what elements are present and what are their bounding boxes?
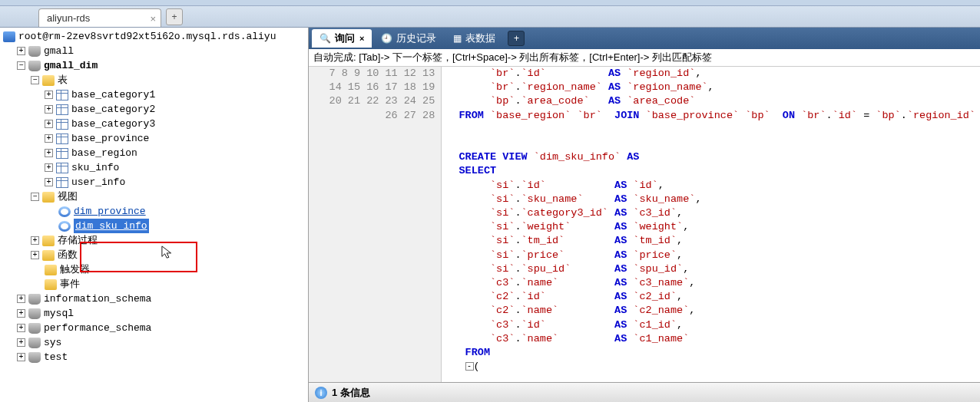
table-icon xyxy=(56,148,68,159)
query-icon: 🔍 xyxy=(319,33,331,44)
expand-icon[interactable]: + xyxy=(17,309,25,318)
expand-icon[interactable]: + xyxy=(31,251,39,259)
close-icon[interactable]: × xyxy=(150,13,156,25)
table-icon: ▦ xyxy=(453,33,462,44)
expand-icon[interactable]: + xyxy=(31,236,39,245)
database-icon xyxy=(28,352,41,363)
view-icon xyxy=(58,221,71,232)
expand-icon[interactable]: + xyxy=(17,338,25,347)
folder-icon xyxy=(42,75,55,86)
tree-db[interactable]: +test xyxy=(0,350,308,364)
tree-table-item[interactable]: +base_category2 xyxy=(0,102,308,117)
sql-editor[interactable]: 7 8 9 10 11 12 13 14 15 16 17 18 19 20 2… xyxy=(309,67,980,402)
table-icon xyxy=(56,177,68,188)
collapse-icon[interactable]: − xyxy=(31,76,39,84)
folder-icon xyxy=(45,265,57,275)
database-icon xyxy=(28,323,41,334)
tree-folder-triggers[interactable]: 触发器 xyxy=(0,262,308,277)
expand-icon[interactable]: + xyxy=(45,134,53,143)
database-icon xyxy=(28,338,41,348)
tree-view-item[interactable]: dim_province xyxy=(0,204,308,219)
add-connection-button[interactable]: + xyxy=(166,8,183,25)
expand-icon[interactable]: + xyxy=(17,353,25,361)
connection-tab[interactable]: aliyun-rds × xyxy=(38,8,161,27)
tab-history[interactable]: 🕘 历史记录 xyxy=(373,29,444,48)
code-body[interactable]: `br`.`id` AS `region_id`, `br`.`region_n… xyxy=(442,67,980,402)
info-icon: i xyxy=(315,387,327,399)
database-icon xyxy=(28,46,41,57)
cursor-icon xyxy=(161,245,175,259)
connection-tabbar: aliyun-rds × + xyxy=(0,6,980,28)
database-icon xyxy=(28,294,41,305)
expand-icon[interactable]: + xyxy=(17,295,25,303)
tab-query[interactable]: 🔍 询问 × xyxy=(312,29,372,48)
connection-tab-label: aliyun-rds xyxy=(47,12,90,24)
expand-icon[interactable]: + xyxy=(17,324,25,332)
table-icon xyxy=(56,163,68,173)
tree-db[interactable]: +information_schema xyxy=(0,292,308,306)
tree-root[interactable]: root@rm-2zev8svrtd92xt5i62o.mysql.rds.al… xyxy=(0,29,308,44)
tree-db[interactable]: +sys xyxy=(0,335,308,350)
tree-table-item[interactable]: +base_region xyxy=(0,146,308,160)
tree-table-item[interactable]: +base_category1 xyxy=(0,87,308,102)
folder-icon xyxy=(42,236,55,246)
tree-db[interactable]: + gmall xyxy=(0,44,308,58)
tree-folder-views[interactable]: − 视图 xyxy=(0,189,308,204)
add-editor-tab-button[interactable]: + xyxy=(508,31,525,46)
tree-table-item[interactable]: +user_info xyxy=(0,175,308,189)
status-bar[interactable]: i 1 条信息 xyxy=(309,382,980,402)
tree-table-item[interactable]: +base_province xyxy=(0,131,308,146)
database-icon xyxy=(28,308,41,319)
collapse-icon[interactable]: − xyxy=(17,61,25,70)
tree-view-item[interactable]: dim_sku_info xyxy=(0,219,308,233)
editor-tabbar: 🔍 询问 × 🕘 历史记录 ▦ 表数据 + xyxy=(309,28,980,49)
expand-icon[interactable]: + xyxy=(45,149,53,157)
expand-icon[interactable]: + xyxy=(45,163,53,172)
table-icon xyxy=(56,119,68,130)
folder-icon xyxy=(42,192,55,203)
tree-folder-funcs[interactable]: + 函数 xyxy=(0,248,308,262)
folder-icon xyxy=(45,279,57,290)
close-icon[interactable]: × xyxy=(359,34,364,43)
expand-icon[interactable]: + xyxy=(45,105,53,114)
expand-icon[interactable]: + xyxy=(45,120,53,128)
tree-db[interactable]: +mysql xyxy=(0,306,308,321)
autocomplete-hint: 自动完成: [Tab]-> 下一个标签，[Ctrl+Space]-> 列出所有标… xyxy=(309,49,980,67)
line-gutter: 7 8 9 10 11 12 13 14 15 16 17 18 19 20 2… xyxy=(309,67,442,402)
folder-icon xyxy=(42,250,55,261)
tree-folder-tables[interactable]: − 表 xyxy=(0,73,308,87)
tree-table-item[interactable]: +sku_info xyxy=(0,160,308,175)
tree-db[interactable]: +performance_schema xyxy=(0,321,308,335)
table-icon xyxy=(56,133,68,144)
collapse-icon[interactable]: − xyxy=(31,193,39,201)
expand-icon[interactable]: + xyxy=(17,47,25,55)
tree-table-item[interactable]: +base_category3 xyxy=(0,117,308,131)
expand-icon[interactable]: + xyxy=(45,178,53,186)
tree-db[interactable]: − gmall_dim xyxy=(0,58,308,73)
tab-table-data[interactable]: ▦ 表数据 xyxy=(445,29,503,48)
expand-icon[interactable]: + xyxy=(45,91,53,99)
tree-folder-events[interactable]: 事件 xyxy=(0,277,308,292)
tree-folder-procs[interactable]: + 存储过程 xyxy=(0,233,308,248)
database-icon xyxy=(28,61,41,71)
object-browser: root@rm-2zev8svrtd92xt5i62o.mysql.rds.al… xyxy=(0,28,309,402)
table-icon xyxy=(56,90,68,100)
history-icon: 🕘 xyxy=(381,33,392,44)
server-icon xyxy=(3,31,15,42)
view-icon xyxy=(58,206,71,217)
table-icon xyxy=(56,104,68,115)
